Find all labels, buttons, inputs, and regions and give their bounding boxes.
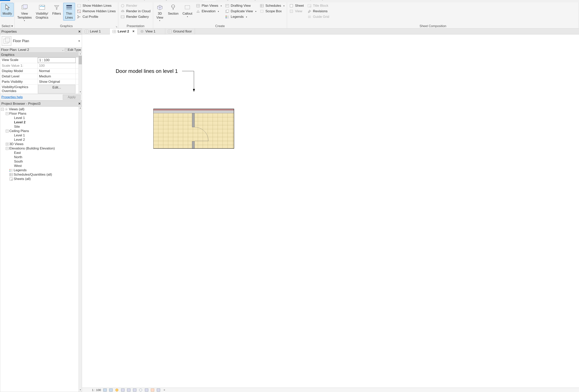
type-selector[interactable]: Floor Plan ▼ [0, 35, 82, 48]
tab-structure[interactable]: Structure [34, 0, 53, 1]
drafting-view-button[interactable]: Drafting View [224, 3, 258, 8]
property-row[interactable]: Display ModelNormal [0, 68, 78, 74]
status-icon-3[interactable] [115, 388, 119, 392]
tree-fp-level2[interactable]: Level 2 [0, 120, 78, 125]
property-value[interactable]: Normal [38, 68, 76, 74]
tree-ceiling-plans[interactable]: − Ceiling Plans [0, 129, 78, 133]
view-tab-groundfloor[interactable]: Ground floor [165, 28, 195, 34]
tab-addins[interactable]: Add-Ins [233, 0, 251, 1]
remove-hidden-lines-button[interactable]: Remove Hidden Lines [76, 9, 117, 14]
tree-cp-level2[interactable]: Level 2 [0, 137, 78, 142]
status-icon-1[interactable] [103, 388, 107, 392]
tab-architecture[interactable]: Architecture [10, 0, 34, 1]
modify-button[interactable]: Modify [1, 3, 14, 17]
property-value[interactable]: 1 : 100 [38, 58, 76, 63]
type-dropdown-icon[interactable]: ▼ [78, 40, 80, 42]
select-group-label[interactable]: Select ▾ [1, 24, 14, 28]
section-button[interactable]: Section [166, 3, 180, 17]
tab-precast[interactable]: Precast [66, 0, 83, 1]
visibility-graphics-button[interactable]: Visibility/ Graphics [34, 3, 50, 21]
property-edit-button[interactable]: Edit... [38, 85, 75, 93]
view-tab-level2[interactable]: Level 2 × [110, 28, 138, 34]
tab-annotate[interactable]: Annotate [116, 0, 135, 1]
tree-3d-views[interactable]: + 3D Views [0, 142, 78, 146]
browser-close-button[interactable]: × [78, 101, 81, 106]
tree-elev-north[interactable]: North [0, 155, 78, 159]
property-value[interactable]: Medium [38, 74, 76, 79]
render-gallery-button[interactable]: Render Gallery [119, 14, 152, 19]
tree-legends[interactable]: Legends [0, 168, 78, 172]
tab-collaborate[interactable]: Collaborate [180, 0, 203, 1]
scroll-up-icon[interactable]: ▴ [79, 53, 82, 56]
tab-close-button[interactable]: × [132, 29, 135, 33]
3d-view-button[interactable]: 3D View ▾ [154, 3, 166, 23]
tab-massing[interactable]: Massing & Site [152, 0, 180, 1]
property-row[interactable]: Detail LevelMedium [0, 74, 78, 79]
legends-button[interactable]: Legends▾ [224, 14, 258, 19]
status-icon-10[interactable] [156, 388, 160, 392]
scroll-up-icon[interactable]: ▴ [79, 107, 82, 110]
callout-button[interactable]: Callout ▾ [181, 3, 194, 19]
view-tab-view1[interactable]: View 1 [138, 28, 165, 34]
tree-floor-plans[interactable]: − Floor Plans [0, 112, 78, 116]
status-icon-6[interactable] [133, 388, 137, 392]
show-hidden-lines-button[interactable]: Show Hidden Lines [76, 3, 117, 8]
properties-help-link[interactable]: Properties help [1, 95, 23, 99]
browser-scrollbar[interactable]: ▴ ▾ [78, 107, 82, 392]
tree-elev-east[interactable]: East [0, 151, 78, 155]
property-category[interactable]: Graphics [0, 53, 78, 58]
tree-fp-site[interactable]: Site [0, 125, 78, 129]
collapse-icon[interactable]: − [6, 112, 8, 115]
scroll-down-icon[interactable]: ▾ [79, 91, 82, 94]
property-row[interactable]: Visibility/Graphics OverridesEdit... [0, 84, 78, 94]
tree-cp-level1[interactable]: Level 1 [0, 133, 78, 137]
property-scrollbar[interactable]: ▴ ▾ [78, 53, 82, 94]
scroll-thumb[interactable] [79, 56, 82, 64]
tab-view[interactable]: View [203, 0, 216, 1]
expand-icon[interactable]: + [6, 143, 8, 145]
schedules-button[interactable]: Schedules▾ [259, 3, 286, 8]
cut-profile-button[interactable]: Cut Profile [76, 14, 117, 19]
collapse-icon[interactable]: − [6, 130, 8, 132]
filters-button[interactable]: Filters [51, 3, 63, 17]
thin-lines-button[interactable]: Thin Lines [63, 3, 75, 21]
tab-file[interactable]: File [0, 0, 10, 1]
status-icon-2[interactable] [109, 388, 113, 392]
status-icon-4[interactable] [121, 388, 125, 392]
instance-name[interactable]: Floor Plan: Level 2 [1, 48, 61, 52]
property-value[interactable]: Show Original [38, 79, 76, 84]
tab-systems[interactable]: Systems [83, 0, 101, 1]
tab-quantification[interactable]: Quantification [251, 0, 277, 1]
tree-elevations[interactable]: − Elevations (Building Elevation) [0, 146, 78, 151]
render-cloud-button[interactable]: Render in Cloud [119, 9, 152, 14]
tab-insert[interactable]: Insert [102, 0, 116, 1]
view-templates-button[interactable]: View Templates ▾ [15, 3, 33, 23]
tree-fp-level1[interactable]: Level 1 [0, 116, 78, 120]
status-icon-7[interactable] [139, 388, 143, 392]
property-row[interactable]: View Scale1 : 100 [0, 58, 78, 63]
status-icon-5[interactable] [127, 388, 131, 392]
property-row[interactable]: Parts VisibilityShow Original [0, 79, 78, 84]
revisions-button[interactable]: Revisions [306, 9, 330, 14]
drawing-canvas[interactable]: Door model lines on level 1 [82, 34, 579, 388]
instance-dropdown-icon[interactable]: ⌄ [62, 49, 64, 51]
property-row[interactable]: Graphic Display OptionsEdit... [0, 94, 78, 94]
view-tab-level1[interactable]: Level 1 [82, 28, 110, 34]
apply-button[interactable]: Apply [63, 95, 81, 100]
tree-views-all[interactable]: − Views (all) [0, 107, 78, 112]
plan-views-button[interactable]: Plan Views▾ [195, 3, 223, 8]
tab-manage[interactable]: Manage [216, 0, 233, 1]
tab-steel[interactable]: Steel [53, 0, 66, 1]
tree-elev-south[interactable]: South [0, 159, 78, 164]
view-scale-display[interactable]: 1 : 100 [92, 388, 101, 392]
tab-analyze[interactable]: Analyze [135, 0, 152, 1]
edit-type-button[interactable]: Edit Type [65, 48, 81, 52]
duplicate-view-button[interactable]: Duplicate View▾ [224, 9, 258, 14]
sheet-button[interactable]: Sheet [288, 3, 305, 8]
tree-elev-west[interactable]: West [0, 164, 78, 168]
tab-issues[interactable]: Issues [277, 0, 292, 1]
collapse-icon[interactable]: − [1, 108, 4, 111]
collapse-icon[interactable]: − [6, 147, 8, 150]
tree-schedules[interactable]: Schedules/Quantities (all) [0, 172, 78, 177]
property-row[interactable]: Scale Value 1:100 [0, 63, 78, 68]
